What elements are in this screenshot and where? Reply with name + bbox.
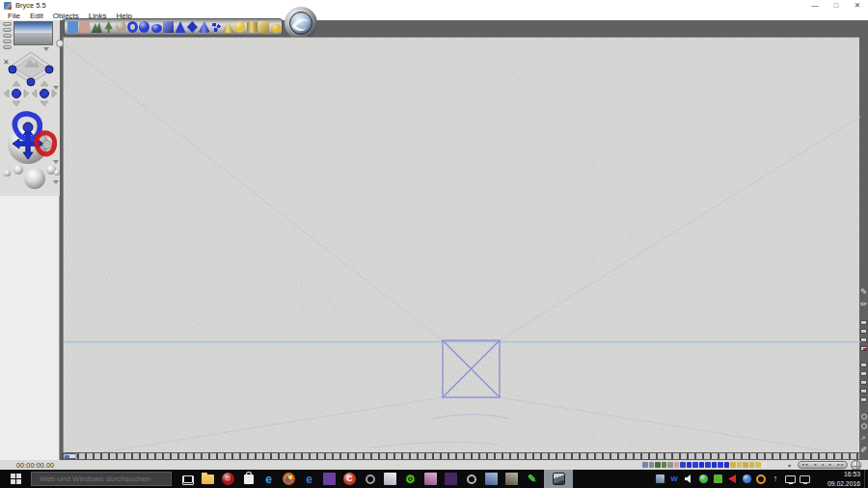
- mini-light-sphere-icon[interactable]: [737, 462, 743, 468]
- mini-light-cube-icon[interactable]: [749, 462, 755, 468]
- tray-device-icon[interactable]: ↑: [769, 470, 782, 488]
- file-explorer-button[interactable]: [198, 470, 218, 488]
- bryce-taskbar-button[interactable]: [544, 470, 573, 488]
- paint-tool-button[interactable]: ✎: [522, 470, 542, 488]
- palette-switch-button-2[interactable]: [3, 28, 12, 32]
- mini-sphere-icon[interactable]: [687, 462, 692, 468]
- play-button[interactable]: ●: [822, 461, 824, 469]
- torus-primitive-icon[interactable]: [127, 21, 138, 33]
- banking-sphere-main[interactable]: [24, 168, 45, 189]
- minimize-button[interactable]: —: [804, 0, 826, 11]
- tool-gap-1[interactable]: [861, 312, 867, 316]
- step-back-button[interactable]: ◄: [813, 461, 817, 469]
- light-sphere-icon[interactable]: [234, 21, 245, 33]
- orbit-options-arrow-icon[interactable]: [53, 86, 59, 90]
- banking-options-arrow-icon[interactable]: [53, 180, 59, 184]
- step-forward-button[interactable]: ►: [828, 461, 832, 469]
- bryce-logo-icon[interactable]: [284, 6, 318, 41]
- mini-select-arrow-icon[interactable]: [762, 462, 768, 468]
- palette-switch-button-3[interactable]: [3, 34, 12, 38]
- camera-ball-right[interactable]: [45, 66, 53, 73]
- mini-flat-sphere-icon[interactable]: [692, 462, 698, 468]
- tree-preset-icon[interactable]: [103, 21, 114, 33]
- mini-tree-icon[interactable]: [662, 462, 667, 468]
- mini-stone-icon[interactable]: [674, 462, 680, 468]
- image-app-button[interactable]: [481, 470, 502, 488]
- tray-sync-icon[interactable]: [740, 470, 753, 488]
- tray-photo-icon[interactable]: [653, 470, 666, 488]
- light-cube-icon[interactable]: [258, 21, 269, 33]
- camera-ball-left[interactable]: [9, 66, 16, 73]
- render-active-button[interactable]: [860, 346, 867, 351]
- display-mode-button-1[interactable]: [860, 363, 867, 367]
- show-desktop-button[interactable]: [864, 470, 868, 488]
- menu-file[interactable]: File: [3, 12, 25, 20]
- mini-light-slab-icon[interactable]: [755, 462, 761, 468]
- render-mode-button-3[interactable]: [860, 338, 867, 342]
- mini-palette-dropdown-icon[interactable]: ▾: [788, 462, 791, 469]
- photo-viewer-button[interactable]: [420, 470, 441, 488]
- flat-sphere-primitive-icon[interactable]: [151, 24, 162, 33]
- palette-switch-button-4[interactable]: [3, 40, 12, 43]
- mini-water-icon[interactable]: [642, 462, 648, 468]
- pan-cross-arrows-icon[interactable]: [12, 127, 44, 160]
- water-preset-icon[interactable]: [68, 21, 78, 33]
- terrain-preset-icon[interactable]: [92, 21, 102, 33]
- mini-rock-icon[interactable]: [667, 462, 673, 468]
- mail-app-button[interactable]: [380, 470, 400, 488]
- mini-light-cylinder-icon[interactable]: [743, 462, 748, 468]
- firefox-button[interactable]: [279, 470, 299, 488]
- store-button[interactable]: [238, 470, 258, 488]
- rock-preset-icon[interactable]: [116, 21, 126, 33]
- cone-primitive-icon[interactable]: [199, 21, 209, 33]
- display-mode-button-5[interactable]: [860, 397, 867, 402]
- hand-tool-icon[interactable]: ✐: [860, 446, 868, 454]
- movie-app-button[interactable]: [441, 470, 461, 488]
- display-mode-button-2[interactable]: [860, 371, 867, 376]
- cube-primitive-icon[interactable]: [163, 21, 174, 33]
- light-cylinder-icon[interactable]: [247, 21, 258, 33]
- stone-preset-icon[interactable]: [79, 21, 90, 33]
- tool-gap-2[interactable]: [861, 355, 867, 359]
- display-mode-button-3[interactable]: [860, 380, 867, 385]
- orbit-ball-left[interactable]: [13, 90, 21, 98]
- spray-render-icon[interactable]: ✏: [860, 300, 868, 309]
- sphere-primitive-icon[interactable]: [139, 21, 149, 33]
- tray-volume-icon[interactable]: [682, 470, 695, 488]
- diamond-primitive-icon[interactable]: [187, 21, 198, 33]
- banking-sphere-4[interactable]: [54, 170, 60, 176]
- timeline-scrubber[interactable]: [63, 453, 77, 459]
- tool-gap-3[interactable]: [861, 406, 867, 410]
- ccleaner-button[interactable]: C: [339, 470, 360, 488]
- edge-button[interactable]: e: [299, 470, 319, 488]
- tray-graphics-icon[interactable]: [711, 470, 724, 488]
- start-button[interactable]: [0, 470, 31, 488]
- utility-button[interactable]: [461, 470, 481, 488]
- light-cone-icon[interactable]: [223, 21, 233, 33]
- tray-antivirus-icon[interactable]: [696, 470, 710, 488]
- taskbar-search-input[interactable]: [31, 472, 172, 486]
- task-view-button[interactable]: [177, 470, 198, 488]
- taskbar-clock[interactable]: 16:53 09.02.2016: [814, 470, 860, 487]
- pyramid-primitive-icon[interactable]: [176, 21, 186, 33]
- tray-display-icon[interactable]: [783, 470, 797, 488]
- android-tool-button[interactable]: ⚙: [400, 470, 420, 488]
- jump-to-start-button[interactable]: ◄◄: [800, 461, 808, 469]
- group-primitive-icon[interactable]: [211, 21, 222, 33]
- render-mode-button-2[interactable]: [860, 329, 867, 334]
- palette-switch-button-1[interactable]: [3, 22, 12, 26]
- tray-updater-icon[interactable]: [754, 470, 768, 488]
- jump-to-end-button[interactable]: ►►: [837, 461, 845, 469]
- animation-timeline[interactable]: [62, 452, 859, 460]
- maximize-button[interactable]: □: [826, 0, 847, 11]
- internet-explorer-button[interactable]: e: [258, 470, 279, 488]
- orbit-arrow-controls[interactable]: [3, 80, 59, 107]
- lab-button-2[interactable]: [861, 423, 867, 429]
- lab-button-1[interactable]: [861, 414, 867, 420]
- banking-sphere-2[interactable]: [14, 165, 23, 175]
- nano-preview-window[interactable]: [14, 21, 53, 45]
- viewport-canvas[interactable]: [63, 37, 859, 452]
- mini-light-cone-icon[interactable]: [730, 462, 736, 468]
- ground-plane-wireframe[interactable]: [443, 340, 500, 397]
- mini-group-icon[interactable]: [724, 462, 730, 468]
